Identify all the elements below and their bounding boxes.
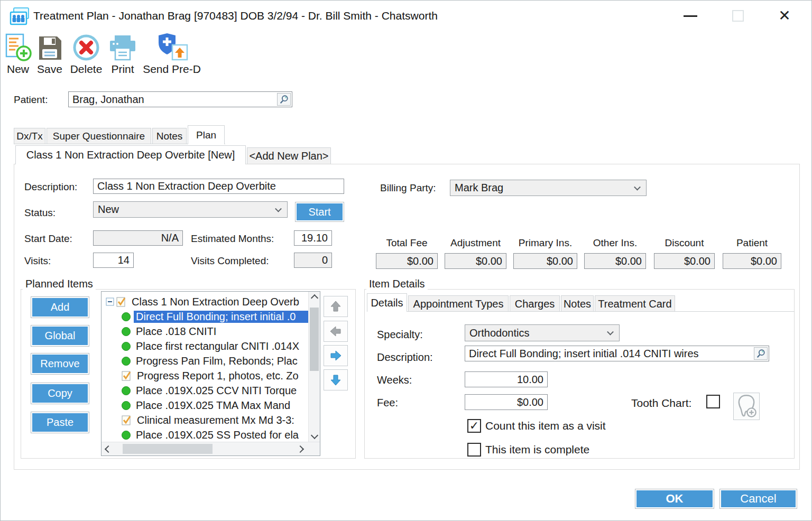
detail-tab-notes[interactable]: Notes (561, 295, 594, 312)
detail-tab-charges[interactable]: Charges (510, 295, 560, 312)
ok-button[interactable]: OK (635, 489, 714, 509)
toolbar-save-button[interactable]: Save (34, 32, 65, 76)
planned-item-row[interactable]: Direct Full Bonding; insert initial .0 (102, 309, 308, 324)
fee-field-adjustment: $0.00 (445, 253, 506, 269)
visits-completed-value: 0 (322, 254, 328, 266)
planned-items-title: Planned Items (23, 278, 96, 290)
planned-item-label: Place .019X.025 CCV NITI Torque (134, 385, 299, 397)
specialty-dropdown[interactable]: Orthodontics (465, 324, 620, 341)
visits-field[interactable]: 14 (93, 253, 134, 268)
vertical-scroll-thumb[interactable] (310, 308, 319, 371)
scroll-left-button[interactable] (102, 442, 115, 455)
chevron-down-icon (310, 432, 318, 439)
plan-tab-class1[interactable]: Class 1 Non Extraction Deep Overbite [Ne… (15, 145, 246, 164)
item-description-label: Description: (377, 351, 433, 364)
tab-notes[interactable]: Notes (152, 128, 187, 144)
detail-tab-appointment-types[interactable]: Appointment Types (408, 295, 509, 312)
tree-vertical-scrollbar[interactable] (308, 292, 320, 442)
toolbar-send-pred-button[interactable]: Send Pre-D (141, 32, 202, 76)
cancel-button-label: Cancel (740, 492, 776, 506)
planned-item-row[interactable]: Place .018 CNITI (102, 324, 308, 339)
planned-item-row[interactable]: Place .019X.025 CCV NITI Torque (102, 383, 308, 398)
billing-party-value: Mark Brag (455, 182, 503, 194)
planned-item-row[interactable]: Clinical measurement Mx Md 3-3: (102, 413, 308, 427)
visits-value: 14 (118, 254, 130, 266)
detail-tab-treatment-card[interactable]: Treatment Card (595, 295, 675, 312)
billing-party-dropdown[interactable]: Mark Brag (450, 180, 647, 196)
toolbar-new-button[interactable]: New (3, 32, 33, 76)
planned-item-row[interactable]: Place .019X.025 TMA Max Mand (102, 398, 308, 413)
planned-item-label: Progress Pan Film, Rebonds; Plac (134, 355, 300, 367)
tooth-chart-checkbox[interactable] (706, 395, 720, 408)
move-up-button[interactable] (324, 296, 348, 317)
planned-items-tree: Class 1 Non Extraction Deep Overb Direct… (101, 291, 320, 456)
tree-viewport: Class 1 Non Extraction Deep Overb Direct… (102, 294, 308, 441)
move-left-button[interactable] (324, 321, 348, 342)
item-fee-field[interactable]: $0.00 (465, 394, 548, 410)
add-button[interactable]: Add (31, 296, 89, 318)
planned-item-label: Progress Report 1, photos, etc. Zo (135, 370, 301, 382)
scroll-down-button[interactable] (309, 429, 320, 442)
copy-button[interactable]: Copy (31, 383, 89, 404)
tree-horizontal-scrollbar[interactable] (102, 442, 320, 455)
plan-description-field[interactable]: Class 1 Non Extraction Deep Overbite (93, 179, 344, 194)
remove-button[interactable]: Remove (31, 353, 89, 375)
patient-field[interactable]: Brag, Jonathan (68, 91, 292, 107)
paste-button[interactable]: Paste (31, 412, 89, 433)
collapse-minus-icon[interactable] (106, 297, 114, 306)
tab-dxtx[interactable]: Dx/Tx (14, 128, 45, 144)
minimize-button[interactable] (678, 4, 703, 28)
red-x-circle-icon (72, 32, 100, 62)
move-right-button[interactable] (324, 345, 348, 366)
toolbar-delete-label: Delete (70, 63, 103, 76)
arrow-up-icon (329, 300, 342, 313)
scroll-up-button[interactable] (309, 292, 320, 304)
tab-super-questionnaire[interactable]: Super Questionnaire (47, 128, 151, 144)
planned-item-row[interactable]: Progress Report 1, photos, etc. Zo (102, 368, 308, 383)
paste-button-label: Paste (47, 416, 73, 429)
fee-value-total: $0.00 (407, 255, 433, 267)
item-description-search-button[interactable] (754, 347, 768, 360)
description-label: Description: (24, 181, 77, 193)
printer-icon (108, 32, 137, 62)
floppy-disk-icon (37, 32, 62, 62)
weeks-field[interactable]: 10.00 (465, 371, 548, 387)
toolbar-delete-button[interactable]: Delete (68, 32, 104, 76)
plan-description-value: Class 1 Non Extraction Deep Overbite (97, 180, 276, 192)
count-visit-label: Count this item as a visit (485, 420, 606, 432)
plan-tab-add-new[interactable]: <Add New Plan> (247, 147, 331, 164)
patient-search-button[interactable] (277, 93, 291, 106)
item-complete-checkbox[interactable] (467, 443, 481, 457)
maximize-button[interactable] (726, 4, 750, 28)
tab-plan[interactable]: Plan (188, 125, 225, 144)
title-bar: Treatment Plan - Jonathan Brag [970483] … (1, 1, 812, 31)
detail-tab-notes-label: Notes (564, 298, 591, 310)
detail-tab-details[interactable]: Details (367, 293, 407, 312)
treatment-plan-window: Treatment Plan - Jonathan Brag [970483] … (0, 0, 812, 521)
move-down-button[interactable] (324, 369, 348, 390)
visits-completed-label: Visits Completed: (191, 255, 269, 267)
horizontal-scroll-thumb[interactable] (123, 444, 213, 454)
start-button[interactable]: Start (295, 202, 344, 222)
magnifier-icon (279, 95, 289, 104)
planned-item-row[interactable]: Place .019X.025 SS Posted for ela (102, 427, 308, 441)
tooth-chart-button[interactable] (733, 393, 760, 420)
close-button[interactable]: ✕ (772, 4, 797, 28)
new-document-plus-icon (4, 32, 32, 62)
fee-header-discount: Discount (654, 237, 715, 249)
estimated-months-field[interactable]: 19.10 (294, 230, 332, 246)
chevron-left-icon (105, 445, 112, 452)
planned-item-row[interactable]: Place first rectangular CNITI .014X (102, 339, 308, 353)
close-icon: ✕ (778, 8, 790, 23)
count-visit-checkbox[interactable]: ✓ (467, 419, 481, 433)
planned-item-row[interactable]: Progress Pan Film, Rebonds; Plac (102, 353, 308, 368)
status-dropdown[interactable]: New (93, 201, 288, 218)
item-description-field[interactable]: Direct Full Bonding; insert initial .014… (465, 346, 769, 361)
toolbar-print-button[interactable]: Print (106, 32, 139, 76)
tree-root-row[interactable]: Class 1 Non Extraction Deep Overb (102, 294, 308, 309)
toolbar-new-label: New (7, 63, 29, 76)
global-button[interactable]: Global (31, 325, 89, 347)
specialty-label: Specialty: (377, 329, 423, 341)
cancel-button[interactable]: Cancel (719, 489, 797, 509)
scroll-right-button[interactable] (293, 442, 307, 455)
